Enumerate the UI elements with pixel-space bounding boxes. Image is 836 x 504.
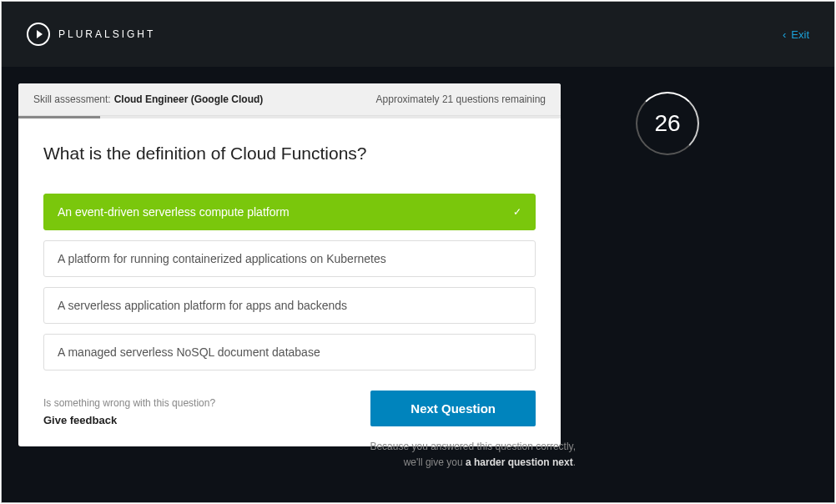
exit-label: Exit — [791, 28, 809, 41]
questions-remaining: Approximately 21 questions remaining — [376, 93, 546, 105]
main-content: Skill assessment: Cloud Engineer (Google… — [2, 67, 834, 446]
answer-text: A platform for running containerized app… — [58, 252, 386, 265]
answer-option-4[interactable]: A managed serverless NoSQL document data… — [43, 334, 536, 370]
assessment-label: Skill assessment: — [33, 93, 111, 105]
answer-option-3[interactable]: A serverless application platform for ap… — [43, 287, 536, 324]
card-body: What is the definition of Cloud Function… — [18, 118, 561, 446]
app-container: PLURALSIGHT ‹ Exit Skill assessment: Clo… — [1, 1, 835, 503]
feedback-link[interactable]: Give feedback — [43, 414, 215, 426]
answer-option-2[interactable]: A platform for running containerized app… — [43, 240, 536, 277]
progress-fill — [18, 116, 100, 118]
question-card: Skill assessment: Cloud Engineer (Google… — [18, 83, 561, 446]
card-header: Skill assessment: Cloud Engineer (Google… — [18, 83, 561, 116]
timer-container: 26 — [636, 92, 699, 446]
checkmark-icon: ✓ — [513, 206, 521, 218]
assessment-title: Cloud Engineer (Google Cloud) — [114, 93, 264, 105]
answer-option-1[interactable]: An event-driven serverless compute platf… — [43, 194, 536, 230]
logo-text: PLURALSIGHT — [58, 28, 155, 40]
exit-link[interactable]: ‹ Exit — [783, 28, 809, 41]
next-question-button[interactable]: Next Question — [370, 391, 536, 426]
timer-circle: 26 — [636, 92, 699, 155]
answer-text: A managed serverless NoSQL document data… — [58, 345, 320, 359]
answer-text: An event-driven serverless compute platf… — [58, 205, 290, 219]
chevron-left-icon: ‹ — [783, 28, 786, 41]
result-line2: we'll give you a harder question next. — [33, 455, 576, 471]
feedback-prompt: Is something wrong with this question? — [43, 397, 215, 409]
result-message: Because you answered this question corre… — [33, 439, 576, 471]
feedback-section: Is something wrong with this question? G… — [43, 397, 215, 426]
logo[interactable]: PLURALSIGHT — [27, 23, 155, 46]
answer-text: A serverless application platform for ap… — [58, 299, 347, 312]
question-text: What is the definition of Cloud Function… — [43, 144, 536, 164]
progress-bar — [18, 116, 561, 118]
result-line1: Because you answered this question corre… — [33, 439, 576, 455]
timer-value: 26 — [654, 110, 680, 137]
play-circle-icon — [27, 23, 50, 46]
card-footer: Is something wrong with this question? G… — [43, 391, 536, 426]
card-header-left: Skill assessment: Cloud Engineer (Google… — [33, 93, 263, 105]
header: PLURALSIGHT ‹ Exit — [2, 2, 834, 67]
